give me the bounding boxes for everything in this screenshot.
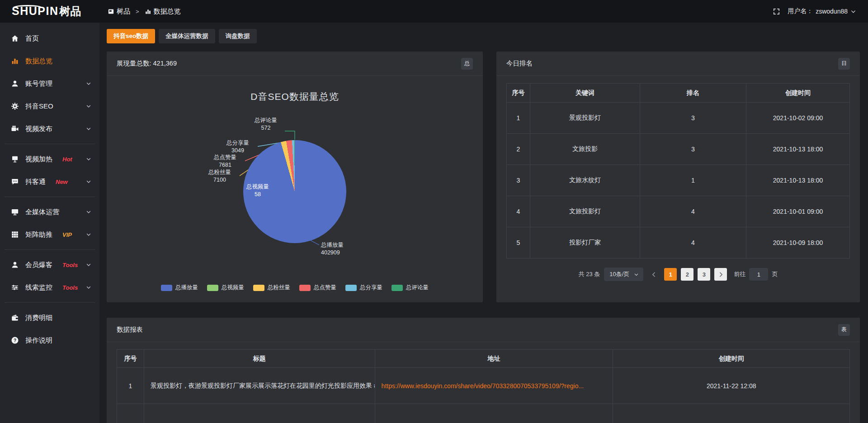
breadcrumb-label: 树品 <box>117 7 130 16</box>
cell-created: 2021-10-01 09:00 <box>746 196 850 227</box>
breadcrumb-item[interactable]: 树品 <box>108 7 130 16</box>
logo-text-cn: 树品 <box>59 4 81 19</box>
column-header: 创建时间 <box>746 84 850 103</box>
sidebar-item-抖音SEO[interactable]: 抖音SEO <box>0 95 99 118</box>
report-link[interactable]: https://www.iesdouyin.com/share/video/70… <box>382 382 584 390</box>
pie-label-value: 3049 <box>220 147 256 155</box>
sidebar-item-账号管理[interactable]: 账号管理 <box>0 72 99 95</box>
chevron-down-icon <box>86 285 91 290</box>
report-table: 序号标题地址创建时间 1景观投影灯，夜游景观投影灯厂家展示展示落花灯在花园里的灯… <box>117 349 850 423</box>
cell-created: 2021-10-13 18:00 <box>746 165 850 196</box>
legend-item-总评论量[interactable]: 总评论量 <box>392 284 429 291</box>
sidebar-item-label: 数据总览 <box>25 57 52 66</box>
sidebar-item-数据总览[interactable]: 数据总览 <box>0 50 99 72</box>
sidebar-item-消费明细[interactable]: 消费明细 <box>0 306 99 329</box>
user-menu[interactable]: 用户名： zswodun88 <box>788 7 856 15</box>
chart-title: D音SEO数据量总览 <box>107 90 483 103</box>
breadcrumb-item[interactable]: 数据总览 <box>145 7 181 16</box>
sidebar-item-全媒体运营[interactable]: 全媒体运营 <box>0 201 99 223</box>
cell-title: 景观投影灯，夜游景观投影灯厂家展示展示落花灯在花园里的灯光投影应用效果 #投 <box>144 368 375 404</box>
cell-empty <box>144 404 375 423</box>
chevron-down-icon <box>850 9 856 14</box>
pie-label-value: 58 <box>240 191 276 198</box>
sidebar-item-线索监控[interactable]: 线索监控Tools <box>0 276 99 299</box>
sidebar-item-label: 抖音SEO <box>25 102 53 111</box>
next-page-button[interactable] <box>714 268 727 281</box>
sidebar-item-操作说明[interactable]: ?操作说明 <box>0 329 99 352</box>
bar-chart-icon <box>145 8 151 15</box>
legend-swatch <box>207 285 218 291</box>
cell-no: 2 <box>507 134 530 165</box>
user-icon <box>11 80 19 88</box>
sidebar-item-tag: Hot <box>62 156 72 163</box>
page-button-2[interactable]: 2 <box>681 268 693 281</box>
cell-empty <box>375 404 613 423</box>
cell-created: 2021-10-13 18:00 <box>746 134 850 165</box>
legend-swatch <box>392 285 403 291</box>
fullscreen-icon[interactable] <box>773 8 780 15</box>
sliders-icon <box>11 283 19 291</box>
legend-item-总粉丝量[interactable]: 总粉丝量 <box>253 284 290 291</box>
pie-label-name: 总评论量 <box>248 117 284 124</box>
pie-label-value: 7681 <box>207 161 243 169</box>
pie-label-value: 7100 <box>202 176 238 184</box>
pie-label: 总粉丝量7100 <box>202 169 238 184</box>
column-header: 标题 <box>144 350 375 368</box>
sidebar-item-矩阵助推[interactable]: 矩阵助推VIP <box>0 223 99 246</box>
goto-page-input[interactable]: 1 <box>749 268 768 281</box>
cell-created: 2021-10-09 18:00 <box>746 227 850 258</box>
sidebar-divider <box>5 144 95 144</box>
logo[interactable]: SHUPIN 树品 <box>0 4 100 19</box>
main-content: 抖音seo数据全媒体运营数据询盘数据 展现量总数: 421,369 总 D音SE… <box>99 23 868 423</box>
sidebar-item-首页[interactable]: 首页 <box>0 27 99 50</box>
sidebar-item-label: 全媒体运营 <box>25 208 59 216</box>
pie-label: 总评论量572 <box>248 117 284 132</box>
cell-keyword: 文旅投影灯 <box>530 196 640 227</box>
sidebar: 首页数据总览账号管理抖音SEO视频发布视频加热Hot抖客通New全媒体运营矩阵助… <box>0 23 99 423</box>
sidebar-item-视频发布[interactable]: 视频发布 <box>0 118 99 140</box>
page-button-1[interactable]: 1 <box>664 268 677 281</box>
pie-label: 总播放量402909 <box>321 241 344 257</box>
header-right: 用户名： zswodun88 <box>773 7 868 15</box>
legend-item-总播放量[interactable]: 总播放量 <box>161 284 198 291</box>
logo-arc-decoration <box>13 5 42 10</box>
cell-rank: 3 <box>640 103 746 134</box>
chevron-down-icon <box>86 156 91 162</box>
tab-询盘数据[interactable]: 询盘数据 <box>219 29 257 43</box>
page-size-select[interactable]: 10条/页 <box>604 268 643 281</box>
sidebar-item-会员爆客[interactable]: 会员爆客Tools <box>0 254 99 276</box>
legend-item-总分享量[interactable]: 总分享量 <box>345 284 382 291</box>
prev-page-button[interactable] <box>647 268 660 281</box>
chevron-down-icon <box>86 103 91 109</box>
legend-item-总视频量[interactable]: 总视频量 <box>207 284 244 291</box>
table-badge[interactable]: 表 <box>838 324 850 336</box>
total-badge[interactable]: 总 <box>461 58 473 70</box>
top-header: SHUPIN 树品 树品>数据总览 用户名： zswodun88 <box>0 0 868 23</box>
screen-icon <box>11 155 19 163</box>
pie-label: 总点赞量7681 <box>207 154 243 169</box>
overview-summary: 展现量总数: 421,369 <box>117 59 177 68</box>
sidebar-item-抖客通[interactable]: 抖客通New <box>0 170 99 193</box>
sidebar-item-label: 抖客通 <box>25 178 46 186</box>
table-row: 3文旅水纹灯12021-10-13 18:00 <box>507 165 850 196</box>
legend-item-总点赞量[interactable]: 总点赞量 <box>299 284 336 291</box>
column-header: 排名 <box>640 84 746 103</box>
day-badge[interactable]: 日 <box>838 58 850 70</box>
legend-label: 总分享量 <box>360 284 382 291</box>
chevron-down-icon <box>86 179 91 184</box>
page-button-3[interactable]: 3 <box>698 268 710 281</box>
monitor-icon <box>11 208 19 216</box>
cell-url: https://www.iesdouyin.com/share/video/70… <box>375 368 613 404</box>
cell-keyword: 文旅投影 <box>530 134 640 165</box>
tab-抖音seo数据[interactable]: 抖音seo数据 <box>107 29 155 43</box>
column-header: 地址 <box>375 350 613 368</box>
chat-icon <box>11 178 19 186</box>
sidebar-item-label: 视频加热 <box>25 155 52 164</box>
sidebar-item-视频加热[interactable]: 视频加热Hot <box>0 148 99 170</box>
pie-label: 总分享量3049 <box>220 139 256 155</box>
breadcrumb: 树品>数据总览 <box>108 7 181 16</box>
sidebar-divider <box>5 249 95 250</box>
tab-全媒体运营数据[interactable]: 全媒体运营数据 <box>159 29 215 43</box>
sidebar-item-tag: Tools <box>62 262 78 268</box>
sidebar-item-label: 视频发布 <box>25 125 52 133</box>
